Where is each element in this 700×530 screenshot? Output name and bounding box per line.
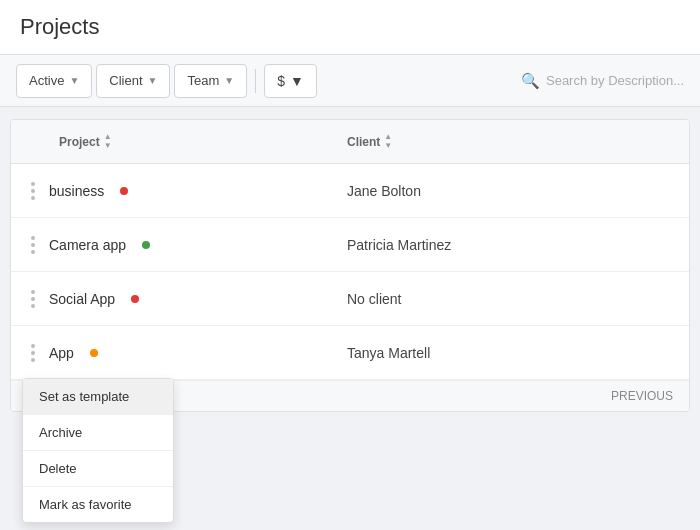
pagination-label: PREVIOUS	[611, 389, 673, 403]
project-cell: Social App	[11, 286, 331, 312]
row-menu-icon[interactable]	[27, 340, 39, 366]
context-menu-item-delete[interactable]: Delete	[23, 451, 173, 487]
status-dot	[142, 241, 150, 249]
row-menu-icon[interactable]	[27, 178, 39, 204]
sort-icon: ▲▼	[104, 133, 112, 150]
status-dot	[120, 187, 128, 195]
chevron-down-icon: ▼	[290, 73, 304, 89]
chevron-down-icon: ▼	[148, 75, 158, 86]
status-dot	[131, 295, 139, 303]
sort-icon: ▲▼	[384, 133, 392, 150]
project-name: business	[49, 183, 104, 199]
context-menu-item-set-template[interactable]: Set as template	[23, 379, 173, 415]
project-cell: Camera app	[11, 232, 331, 258]
client-label: Client	[109, 73, 142, 88]
context-menu-item-archive[interactable]: Archive	[23, 415, 173, 451]
client-filter-btn[interactable]: Client ▼	[96, 64, 170, 98]
active-label: Active	[29, 73, 64, 88]
search-area: 🔍 Search by Description...	[521, 72, 684, 90]
toolbar-divider	[255, 69, 256, 93]
context-menu: Set as template Archive Delete Mark as f…	[22, 378, 174, 523]
search-icon: 🔍	[521, 72, 540, 90]
client-cell: Tanya Martell	[331, 345, 689, 361]
project-cell: business	[11, 178, 331, 204]
status-dot	[90, 349, 98, 357]
table-row: business Jane Bolton	[11, 164, 689, 218]
team-label: Team	[187, 73, 219, 88]
page-title: Projects	[20, 14, 680, 40]
team-filter-btn[interactable]: Team ▼	[174, 64, 247, 98]
table-row: Camera app Patricia Martinez	[11, 218, 689, 272]
row-menu-icon[interactable]	[27, 232, 39, 258]
col-project: Project ▲▼	[11, 120, 331, 163]
search-placeholder: Search by Description...	[546, 73, 684, 88]
row-menu-icon[interactable]	[27, 286, 39, 312]
client-cell: No client	[331, 291, 689, 307]
project-cell: App	[11, 340, 331, 366]
table-row: Social App No client	[11, 272, 689, 326]
context-menu-item-favorite[interactable]: Mark as favorite	[23, 487, 173, 522]
page-header: Projects	[0, 0, 700, 55]
chevron-down-icon: ▼	[224, 75, 234, 86]
project-name: Camera app	[49, 237, 126, 253]
dollar-filter-btn[interactable]: $ ▼	[264, 64, 317, 98]
table-header: Project ▲▼ Client ▲▼	[11, 120, 689, 164]
chevron-down-icon: ▼	[69, 75, 79, 86]
table-container: Project ▲▼ Client ▲▼ business Jane Bolto…	[10, 119, 690, 412]
table-row: App Tanya Martell	[11, 326, 689, 380]
project-name: Social App	[49, 291, 115, 307]
client-cell: Patricia Martinez	[331, 237, 689, 253]
client-cell: Jane Bolton	[331, 183, 689, 199]
toolbar: Active ▼ Client ▼ Team ▼ $ ▼ 🔍 Search by…	[0, 55, 700, 107]
col-client: Client ▲▼	[331, 120, 689, 163]
project-name: App	[49, 345, 74, 361]
dollar-icon: $	[277, 73, 285, 89]
active-filter-btn[interactable]: Active ▼	[16, 64, 92, 98]
